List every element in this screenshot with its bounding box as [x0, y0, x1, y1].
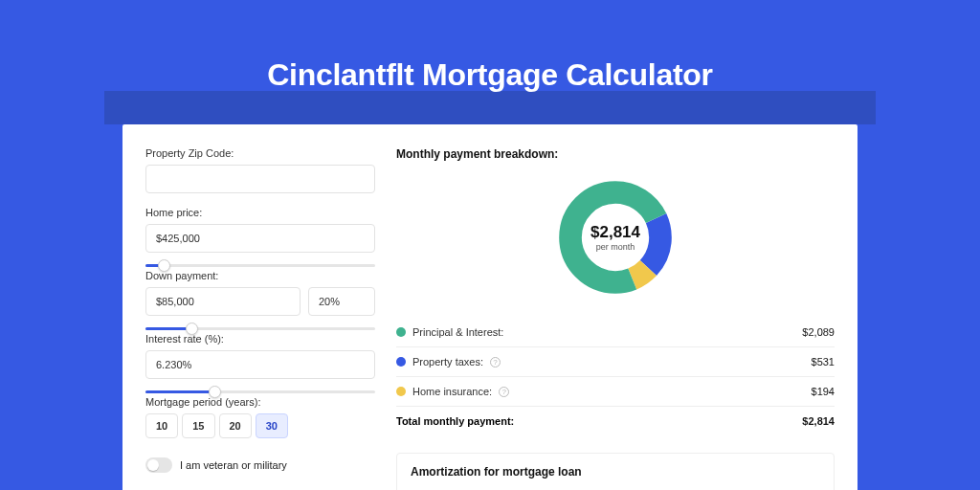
breakdown-title: Monthly payment breakdown:: [396, 147, 835, 161]
zip-input[interactable]: [145, 165, 375, 193]
home-price-input[interactable]: [145, 224, 375, 253]
legend-row: Home insurance:?$194: [396, 376, 835, 406]
legend-label: Principal & Interest:: [412, 326, 503, 338]
amortization-title: Amortization for mortgage loan: [411, 465, 820, 479]
donut-amount: $2,814: [590, 223, 640, 242]
legend-total-value: $2,814: [802, 415, 835, 427]
interest-slider[interactable]: [145, 377, 375, 383]
page-title: Cinclantflt Mortgage Calculator: [0, 57, 980, 93]
down-payment-slider-fill: [145, 327, 191, 330]
field-veteran: I am veteran or military: [145, 457, 375, 473]
legend-dot: [396, 387, 406, 396]
legend-label: Property taxes:: [412, 356, 483, 368]
form-column: Property Zip Code: Home price: Down paym…: [145, 147, 375, 490]
legend: Principal & Interest:$2,089Property taxe…: [396, 318, 835, 435]
legend-value: $531: [812, 356, 835, 368]
breakdown-column: Monthly payment breakdown: $2,814 per mo…: [396, 147, 835, 490]
info-icon[interactable]: ?: [490, 357, 501, 368]
field-down-payment: Down payment:: [145, 270, 375, 320]
interest-label: Interest rate (%):: [145, 333, 375, 345]
field-interest-rate: Interest rate (%):: [145, 333, 375, 383]
field-zip: Property Zip Code:: [145, 147, 375, 193]
home-price-slider[interactable]: [145, 251, 375, 256]
legend-label: Home insurance:: [412, 386, 492, 397]
legend-row: Principal & Interest:$2,089: [396, 318, 835, 346]
payment-donut: $2,814 per month: [556, 178, 675, 297]
down-payment-label: Down payment:: [145, 270, 375, 281]
amortization-box: Amortization for mortgage loan Amortizat…: [396, 453, 835, 490]
zip-label: Property Zip Code:: [145, 147, 375, 159]
legend-dot: [396, 327, 406, 337]
field-home-price: Home price:: [145, 207, 375, 256]
down-payment-slider[interactable]: [145, 314, 375, 320]
info-icon[interactable]: ?: [499, 387, 509, 397]
veteran-toggle-knob: [147, 459, 159, 471]
home-price-label: Home price:: [145, 207, 375, 218]
legend-total-row: Total monthly payment:$2,814: [396, 406, 835, 435]
interest-slider-fill: [145, 390, 214, 393]
donut-wrap: $2,814 per month: [396, 178, 835, 297]
veteran-label: I am veteran or military: [180, 459, 287, 471]
donut-center: $2,814 per month: [556, 178, 675, 297]
period-label: Mortgage period (years):: [145, 396, 375, 408]
legend-value: $2,089: [802, 326, 835, 338]
period-btn-10[interactable]: 10: [145, 413, 178, 438]
legend-row: Property taxes:?$531: [396, 346, 835, 376]
legend-dot: [396, 357, 406, 367]
interest-input[interactable]: [145, 350, 375, 379]
donut-sub: per month: [596, 242, 635, 252]
period-btn-20[interactable]: 20: [219, 413, 252, 438]
down-payment-slider-thumb[interactable]: [186, 323, 198, 335]
period-btn-15[interactable]: 15: [182, 413, 214, 438]
hero-band: [104, 91, 876, 124]
interest-slider-thumb[interactable]: [209, 386, 221, 398]
down-payment-pct-input[interactable]: [308, 287, 375, 316]
legend-value: $194: [812, 386, 835, 397]
down-payment-input[interactable]: [145, 287, 301, 316]
veteran-toggle[interactable]: [145, 457, 172, 473]
period-options: 10152030: [145, 413, 375, 438]
calculator-card: Property Zip Code: Home price: Down paym…: [122, 124, 858, 490]
field-period: Mortgage period (years): 10152030: [145, 396, 375, 438]
legend-total-label: Total monthly payment:: [396, 415, 514, 427]
period-btn-30[interactable]: 30: [256, 413, 288, 438]
